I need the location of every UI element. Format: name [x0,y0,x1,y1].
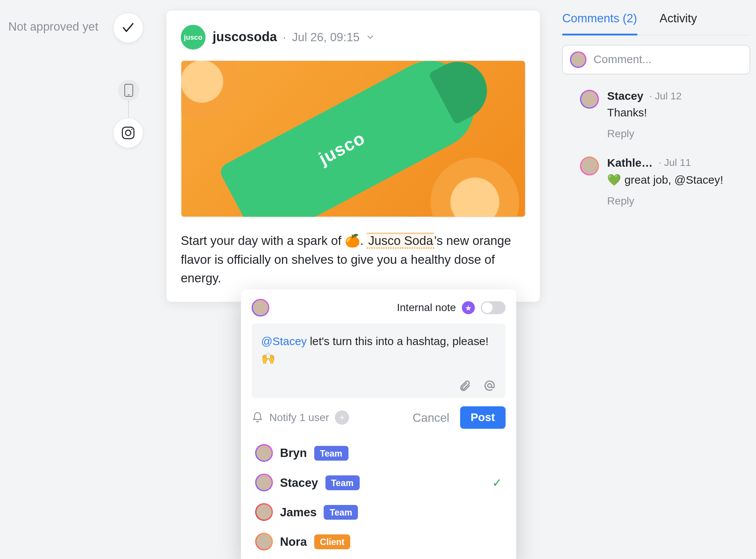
avatar [255,474,273,491]
avatar [570,51,587,68]
post-caption[interactable]: Start your day with a spark of 🍊. Jusco … [181,232,526,288]
post-button[interactable]: Post [460,406,506,429]
post-timestamp[interactable]: Jul 26, 09:15 [292,30,359,44]
avatar [255,503,273,521]
chevron-down-icon[interactable] [366,33,375,42]
comment-input-wrap[interactable] [562,45,750,74]
right-panel: Comments (2) Activity Stacey · Jul 12 Th… [562,12,750,207]
svg-point-5 [488,384,491,387]
internal-note-label: Internal note [397,302,456,314]
mention-chip[interactable]: @Stacey [261,335,307,347]
role-badge: Team [324,505,358,519]
comment-input[interactable] [593,53,742,66]
user-name: Bryn [280,446,307,460]
comment-author: Stacey [607,90,643,103]
comment-author: Kathle… [607,156,652,169]
check-icon [121,21,135,35]
bottle-brand-text: jusco [316,128,369,169]
comment-thread: Stacey · Jul 12 Thanks! Reply Kathle… · … [562,90,750,207]
brand-avatar: jusco [181,25,206,50]
tab-activity[interactable]: Activity [660,12,697,35]
comment-text: Thanks! [607,106,750,119]
approval-status-label: Not approved yet [8,20,98,34]
svg-point-4 [131,129,132,130]
post-card: jusco juscosoda · Jul 26, 09:15 jusco St… [167,11,540,302]
tab-comments[interactable]: Comments (2) [562,12,637,36]
avatar [580,90,599,109]
avatar [255,444,273,462]
approve-button[interactable] [113,13,143,42]
selected-check-icon: ✓ [492,475,502,490]
notify-label[interactable]: Notify 1 user [270,411,329,424]
highlighted-brand[interactable]: Jusco Soda [367,233,434,249]
current-user-avatar [252,299,270,317]
avatar [580,156,599,175]
post-image: jusco [181,60,526,217]
comment-composer: Internal note ★ @Stacey let's turn this … [241,290,516,559]
star-badge-icon: ★ [462,301,475,314]
attachment-icon[interactable] [459,379,471,392]
mention-icon[interactable] [483,379,496,392]
role-badge: Team [325,475,359,490]
comment-date: · Jul 11 [658,157,691,169]
post-header: jusco juscosoda · Jul 26, 09:15 [181,25,526,50]
svg-point-3 [125,130,131,135]
user-row[interactable]: Bryn Team [252,438,506,468]
cancel-button[interactable]: Cancel [412,411,449,424]
user-name: Nora [280,535,307,548]
role-badge: Client [314,534,350,549]
meta-separator: · [283,30,286,44]
post-handle: juscosoda [213,29,277,45]
comment: Stacey · Jul 12 Thanks! Reply [580,90,750,140]
bell-icon [252,412,263,423]
user-name: James [280,505,317,519]
connector-line [128,101,129,120]
internal-note-toggle[interactable] [481,301,506,314]
instagram-icon [121,125,136,141]
add-notify-user-button[interactable]: + [335,410,349,425]
platform-instagram-button[interactable] [113,118,143,148]
comment: Kathle… · Jul 11 💚 great job, @Stacey! R… [580,156,750,207]
user-row[interactable]: James Team [252,497,506,527]
mobile-icon [124,83,134,98]
user-row[interactable]: Stacey Team ✓ [252,468,506,497]
user-name: Stacey [280,476,318,489]
composer-textarea[interactable]: @Stacey let's turn this into a hashtag, … [252,324,506,398]
comment-text: 💚 great job, @Stacey! [607,173,750,187]
user-row[interactable]: Nora Client [252,527,506,556]
comment-date: · Jul 12 [649,90,682,102]
notify-user-list: Bryn Team Stacey Team ✓ James Team Nora … [252,435,506,556]
role-badge: Team [314,446,349,460]
panel-tabs: Comments (2) Activity [562,12,750,36]
reply-button[interactable]: Reply [607,128,750,140]
avatar [255,533,273,550]
reply-button[interactable]: Reply [607,195,750,207]
device-mobile-button[interactable] [118,80,139,101]
